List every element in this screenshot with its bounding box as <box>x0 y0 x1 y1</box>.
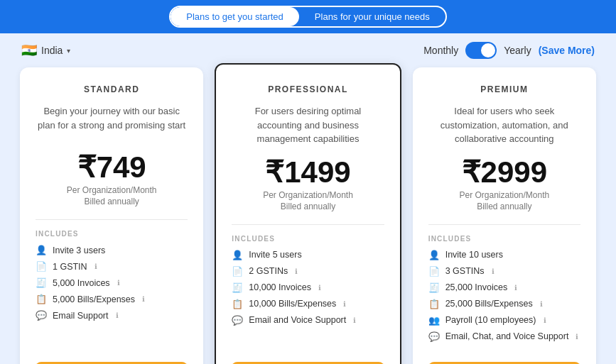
bills-icon: 📋 <box>428 299 440 309</box>
support-icon: 💬 <box>36 310 47 321</box>
plan-name-professional: PROFESSIONAL <box>232 84 384 94</box>
document-icon: 📄 <box>428 266 440 277</box>
plan-card-professional: PROFESSIONAL For users desiring optimal … <box>215 63 401 364</box>
plan-billing-line1-premium: Per Organization/Month <box>428 190 580 200</box>
country-selector[interactable]: 🇮🇳 India ▾ <box>21 43 70 58</box>
plan-billing-line1-professional: Per Organization/Month <box>232 190 384 200</box>
flag-icon: 🇮🇳 <box>21 43 37 58</box>
header-row: 🇮🇳 India ▾ Monthly Yearly (Save More) <box>0 33 616 67</box>
plan-price-premium: ₹2999 <box>428 158 580 187</box>
support-icon: 💬 <box>232 315 243 326</box>
list-item: 📋 10,000 Bills/Expenses ℹ <box>232 299 384 309</box>
user-icon: 👤 <box>428 250 440 260</box>
info-icon: ℹ <box>514 284 517 292</box>
payroll-icon: 👥 <box>428 315 440 326</box>
info-icon: ℹ <box>353 316 356 324</box>
billing-toggle-switch[interactable] <box>465 42 497 59</box>
plans-container: STANDARD Begin your journey with our bas… <box>0 67 616 364</box>
user-icon: 👤 <box>232 250 243 260</box>
cta-button-professional[interactable]: Start my free trial <box>232 362 384 365</box>
plan-name-standard: STANDARD <box>36 84 188 94</box>
list-item: 🧾 25,000 Invoices ℹ <box>428 282 580 293</box>
save-more-label: (Save More) <box>539 45 595 56</box>
plan-price-standard: ₹749 <box>36 153 188 182</box>
info-icon: ℹ <box>492 268 495 275</box>
list-item: 📄 1 GSTIN ℹ <box>36 261 188 272</box>
yearly-label: Yearly <box>504 45 531 56</box>
document-icon: 📄 <box>36 261 47 272</box>
invoice-icon: 🧾 <box>428 282 440 293</box>
info-icon: ℹ <box>576 333 578 341</box>
info-icon: ℹ <box>540 300 543 308</box>
support-icon: 💬 <box>428 331 440 342</box>
plan-billing-line2-standard: Billed annually <box>36 197 188 206</box>
plan-billing-line2-premium: Billed annually <box>428 202 580 211</box>
cta-button-standard[interactable]: Start my free trial <box>36 362 188 365</box>
plan-price-professional: ₹1499 <box>232 158 384 187</box>
includes-label-standard: INCLUDES <box>36 230 188 238</box>
list-item: 💬 Email, Chat, and Voice Support ℹ <box>428 331 580 342</box>
invoice-icon: 🧾 <box>232 282 243 293</box>
list-item: 📄 3 GSTINs ℹ <box>428 266 580 277</box>
list-item: 👤 Invite 10 users <box>428 250 580 260</box>
list-item: 👤 Invite 5 users <box>232 250 384 260</box>
plan-description-standard: Begin your journey with our basic plan f… <box>36 104 188 141</box>
list-item: 📋 5,000 Bills/Expenses ℹ <box>36 294 188 304</box>
info-icon: ℹ <box>343 300 346 308</box>
tab-plans-unique[interactable]: Plans for your unique needs <box>299 7 445 26</box>
info-icon: ℹ <box>318 284 321 292</box>
invoice-icon: 🧾 <box>36 277 47 288</box>
chevron-down-icon: ▾ <box>67 47 70 55</box>
list-item: 👥 Payroll (10 employees) ℹ <box>428 315 580 326</box>
divider-standard <box>36 219 188 220</box>
country-label: India <box>41 45 63 56</box>
divider-professional <box>232 224 384 225</box>
info-icon: ℹ <box>295 268 298 275</box>
info-icon: ℹ <box>116 311 119 319</box>
list-item: 🧾 5,000 Invoices ℹ <box>36 277 188 288</box>
info-icon: ℹ <box>142 295 145 303</box>
features-list-standard: 👤 Invite 3 users 📄 1 GSTIN ℹ 🧾 5,000 Inv… <box>36 245 188 348</box>
document-icon: 📄 <box>232 266 243 277</box>
list-item: 📋 25,000 Bills/Expenses ℹ <box>428 299 580 309</box>
plan-card-premium: PREMIUM Ideal for users who seek customi… <box>413 67 596 364</box>
plan-description-professional: For users desiring optimal accounting an… <box>232 104 384 146</box>
info-icon: ℹ <box>94 263 97 270</box>
info-icon: ℹ <box>117 279 120 287</box>
info-icon: ℹ <box>544 316 546 324</box>
plan-billing-line1-standard: Per Organization/Month <box>36 185 188 195</box>
tab-plans-standard[interactable]: Plans to get you started <box>171 7 299 26</box>
plan-card-standard: STANDARD Begin your journey with our bas… <box>20 67 203 364</box>
list-item: 💬 Email Support ℹ <box>36 310 188 321</box>
top-bar: Plans to get you started Plans for your … <box>0 0 616 33</box>
plan-billing-line2-professional: Billed annually <box>232 202 384 211</box>
includes-label-professional: INCLUDES <box>232 235 384 243</box>
billing-toggle-group: Monthly Yearly (Save More) <box>423 42 595 59</box>
features-list-professional: 👤 Invite 5 users 📄 2 GSTINs ℹ 🧾 10,000 I… <box>232 250 384 348</box>
monthly-label: Monthly <box>423 45 458 56</box>
tab-group: Plans to get you started Plans for your … <box>169 6 446 28</box>
list-item: 📄 2 GSTINs ℹ <box>232 266 384 277</box>
list-item: 👤 Invite 3 users <box>36 245 188 255</box>
list-item: 💬 Email and Voice Support ℹ <box>232 315 384 326</box>
toggle-knob <box>481 43 495 57</box>
bills-icon: 📋 <box>36 294 47 304</box>
features-list-premium: 👤 Invite 10 users 📄 3 GSTINs ℹ 🧾 25,000 … <box>428 250 580 348</box>
divider-premium <box>428 224 580 225</box>
user-icon: 👤 <box>36 245 47 255</box>
bills-icon: 📋 <box>232 299 243 309</box>
plan-name-premium: PREMIUM <box>428 84 580 94</box>
cta-button-premium[interactable]: Start my free trial <box>428 362 580 365</box>
includes-label-premium: INCLUDES <box>428 235 580 243</box>
list-item: 🧾 10,000 Invoices ℹ <box>232 282 384 293</box>
plan-description-premium: Ideal for users who seek customization, … <box>428 104 580 146</box>
